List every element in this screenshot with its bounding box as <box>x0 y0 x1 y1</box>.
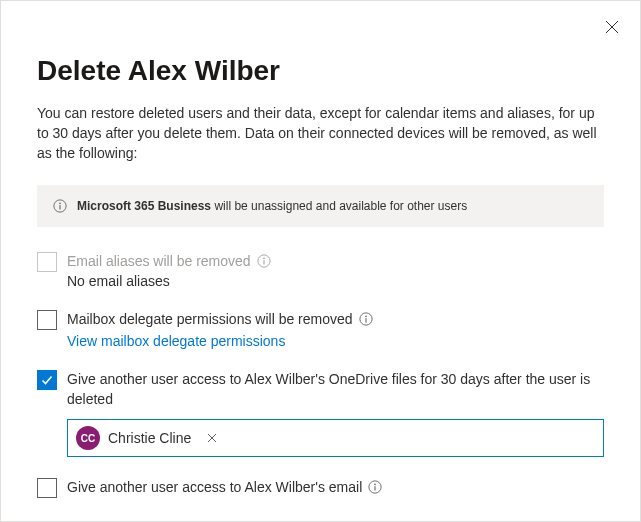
close-button[interactable] <box>598 13 626 41</box>
option-mailbox-delegate: Mailbox delegate permissions will be rem… <box>37 309 604 349</box>
person-chip: CC Christie Cline <box>74 424 221 452</box>
label-email-aliases-text: Email aliases will be removed <box>67 251 251 271</box>
checkbox-mailbox-delegate[interactable] <box>37 310 57 330</box>
label-email-access-text: Give another user access to Alex Wilber'… <box>67 477 362 497</box>
checkmark-icon <box>40 373 54 387</box>
chip-name: Christie Cline <box>108 430 191 446</box>
option-onedrive-access: Give another user access to Alex Wilber'… <box>37 369 604 457</box>
license-product-name: Microsoft 365 Business <box>77 199 211 213</box>
svg-point-4 <box>263 258 265 260</box>
svg-point-1 <box>59 203 61 205</box>
info-icon[interactable] <box>368 480 382 494</box>
avatar: CC <box>76 426 100 450</box>
info-icon[interactable] <box>359 312 373 326</box>
page-title: Delete Alex Wilber <box>37 55 604 87</box>
svg-rect-8 <box>365 318 366 322</box>
info-icon[interactable] <box>257 254 271 268</box>
label-mailbox-delegate: Mailbox delegate permissions will be rem… <box>67 309 604 329</box>
checkbox-email-aliases <box>37 252 57 272</box>
description-text: You can restore deleted users and their … <box>37 103 604 163</box>
license-info-text: Microsoft 365 Business will be unassigne… <box>77 199 467 213</box>
license-info-suffix: will be unassigned and available for oth… <box>211 199 467 213</box>
svg-point-10 <box>374 484 376 486</box>
checkbox-email-access[interactable] <box>37 478 57 498</box>
people-picker-onedrive[interactable]: CC Christie Cline <box>67 419 604 457</box>
info-icon <box>53 199 67 213</box>
label-mailbox-delegate-text: Mailbox delegate permissions will be rem… <box>67 309 353 329</box>
option-email-access: Give another user access to Alex Wilber'… <box>37 477 604 498</box>
subtext-email-aliases: No email aliases <box>67 273 604 289</box>
label-onedrive-access-text: Give another user access to Alex Wilber'… <box>67 369 604 409</box>
label-email-aliases: Email aliases will be removed <box>67 251 604 271</box>
svg-point-7 <box>365 316 367 318</box>
chip-remove-button[interactable] <box>207 433 217 443</box>
svg-rect-2 <box>59 205 60 209</box>
link-view-mailbox-delegate[interactable]: View mailbox delegate permissions <box>67 333 285 349</box>
close-icon <box>605 20 619 34</box>
option-email-aliases: Email aliases will be removed No email a… <box>37 251 604 289</box>
label-onedrive-access: Give another user access to Alex Wilber'… <box>67 369 604 409</box>
checkbox-onedrive-access[interactable] <box>37 370 57 390</box>
svg-rect-11 <box>375 486 376 490</box>
license-info-bar: Microsoft 365 Business will be unassigne… <box>37 185 604 227</box>
svg-rect-5 <box>263 260 264 264</box>
dialog-content: Delete Alex Wilber You can restore delet… <box>1 1 640 518</box>
close-icon <box>207 433 217 443</box>
label-email-access: Give another user access to Alex Wilber'… <box>67 477 604 497</box>
